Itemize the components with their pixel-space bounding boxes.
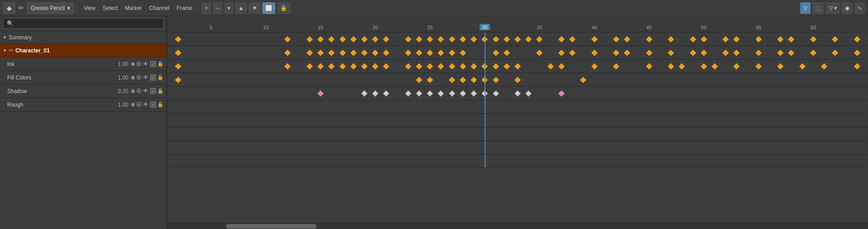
keyframe-fill-colors-42[interactable] [613,63,619,69]
keyframe-ink-24[interactable] [416,49,422,56]
channel-onion-icon[interactable]: ⦿ [136,61,142,67]
keyframe-summary-32[interactable] [504,36,510,42]
keyframe-rough-33[interactable] [514,90,521,96]
track-row-summary[interactable] [167,33,868,46]
keyframe-summary-50[interactable] [701,36,707,42]
keyframe-shadow-27[interactable] [449,76,455,83]
keyframe-fill-colors-51[interactable] [712,63,718,69]
keyframe-fill-colors-64[interactable] [854,63,860,69]
channel-onion-fillcolors[interactable]: ⦿ [136,75,142,81]
move-down-button[interactable]: ▼ [249,2,260,14]
keyframe-ink-27[interactable] [449,49,455,56]
keyframe-summary-57[interactable] [777,36,783,42]
keyframe-summary-2[interactable] [175,36,181,42]
keyframe-shadow-31[interactable] [492,76,499,83]
track-row-ink[interactable] [167,46,868,60]
channel-eye-rough[interactable]: 👁 [143,101,149,108]
keyframe-summary-30[interactable] [481,36,488,42]
keyframe-fill-colors-19[interactable] [361,63,368,69]
keyframe-fill-colors-45[interactable] [646,63,652,69]
channel-lock-fillcolors[interactable]: 🔓 [157,75,164,80]
keyframe-summary-20[interactable] [372,36,378,42]
mode-icon-btn[interactable]: ◆ [3,2,15,14]
keyframe-shadow-30[interactable] [481,76,488,83]
keyframe-summary-33[interactable] [514,36,521,42]
channel-lock-ink[interactable]: 🔓 [157,61,164,67]
keyframe-summary-26[interactable] [438,36,444,42]
keyframe-fill-colors-55[interactable] [755,63,762,69]
keyframe-summary-29[interactable] [471,36,477,42]
keyframe-summary-27[interactable] [449,36,455,42]
keyframe-summary-14[interactable] [307,36,313,42]
keyframe-shadow-25[interactable] [427,76,433,83]
keyframe-fill-colors-21[interactable] [383,63,389,69]
expand-dropdown-button[interactable]: ▾ [224,2,233,14]
keyframe-fill-colors-28[interactable] [460,63,466,69]
keyframe-summary-25[interactable] [427,36,433,42]
keyframe-fill-colors-24[interactable] [416,63,422,69]
keyframe-summary-35[interactable] [536,36,542,42]
keyframe-rough-28[interactable] [460,90,466,96]
keyframe-rough-27[interactable] [449,90,455,96]
keyframe-ink-45[interactable] [646,49,652,56]
keyframe-fill-colors-12[interactable] [284,63,291,69]
track-row-shadow[interactable] [167,73,868,87]
scrollbar-thumb[interactable] [226,224,316,229]
keyframe-ink-35[interactable] [536,49,542,56]
keyframe-fill-colors-27[interactable] [449,63,455,69]
keyframe-shadow-29[interactable] [471,76,477,83]
keyframe-summary-55[interactable] [755,36,762,42]
keyframe-summary-17[interactable] [339,36,345,42]
keyframe-fill-colors-25[interactable] [427,63,433,69]
keyframe-shadow-39[interactable] [580,76,586,83]
wave-button[interactable]: ∿ [854,2,865,14]
keyframe-summary-37[interactable] [558,36,565,42]
filter2-button[interactable]: ▽ ▾ [826,2,840,14]
keyframe-ink-16[interactable] [328,49,335,56]
keyframe-ink-23[interactable] [405,49,411,56]
keyframe-fill-colors-40[interactable] [591,63,597,69]
channel-checkbox-rough[interactable]: ✓ [150,102,156,107]
keyframe-fill-colors-32[interactable] [504,63,510,69]
keyframe-ink-25[interactable] [427,49,433,56]
view-menu[interactable]: View [81,5,98,11]
move-up-button[interactable]: ▲ [235,2,247,14]
keyframe-ink-17[interactable] [339,49,345,56]
keyframe-fill-colors-14[interactable] [307,63,313,69]
keyframe-ink-53[interactable] [733,49,740,56]
keyframe-rough-34[interactable] [525,90,532,96]
keyframe-summary-12[interactable] [284,36,291,42]
keyframe-rough-25[interactable] [427,90,433,96]
remove-button[interactable]: − [213,2,222,14]
keyframe-summary-52[interactable] [722,36,729,42]
keyframe-ink-12[interactable] [284,49,291,56]
keyframe-shadow-28[interactable] [460,76,466,83]
channel-onion-shadow[interactable]: ⦿ [136,88,142,94]
keyframe-ink-55[interactable] [755,49,762,56]
keyframe-ink-50[interactable] [701,49,707,56]
marker-menu[interactable]: Marker [123,5,145,11]
track-row-fill-colors[interactable] [167,60,868,73]
keyframe-ink-62[interactable] [832,49,838,56]
keyframe-rough-30[interactable] [481,90,488,96]
keyframe-fill-colors-2[interactable] [175,63,181,69]
keyframe-fill-colors-48[interactable] [679,63,685,69]
select-menu[interactable]: Select [100,5,120,11]
keyframe-ink-43[interactable] [624,49,630,56]
keyframe-summary-53[interactable] [733,36,740,42]
channel-onion-rough[interactable]: ⦿ [136,102,142,108]
keyframe-ink-52[interactable] [722,49,729,56]
keyframe-ink-58[interactable] [788,49,794,56]
keyframe-ink-38[interactable] [569,49,576,56]
keyframe-summary-31[interactable] [492,36,499,42]
keyframe-shadow-33[interactable] [514,76,521,83]
keyframe-ink-18[interactable] [350,49,357,56]
keyframe-ink-57[interactable] [777,49,783,56]
keyframe-ink-21[interactable] [383,49,389,56]
keyframe-fill-colors-15[interactable] [317,63,324,69]
channel-dot-shadow[interactable] [131,89,135,93]
channel-checkbox-ink[interactable]: ✓ [150,61,156,67]
keyframe-fill-colors-17[interactable] [339,63,345,69]
channel-dot-rough[interactable] [131,103,135,107]
keyframe-fill-colors-53[interactable] [733,63,740,69]
